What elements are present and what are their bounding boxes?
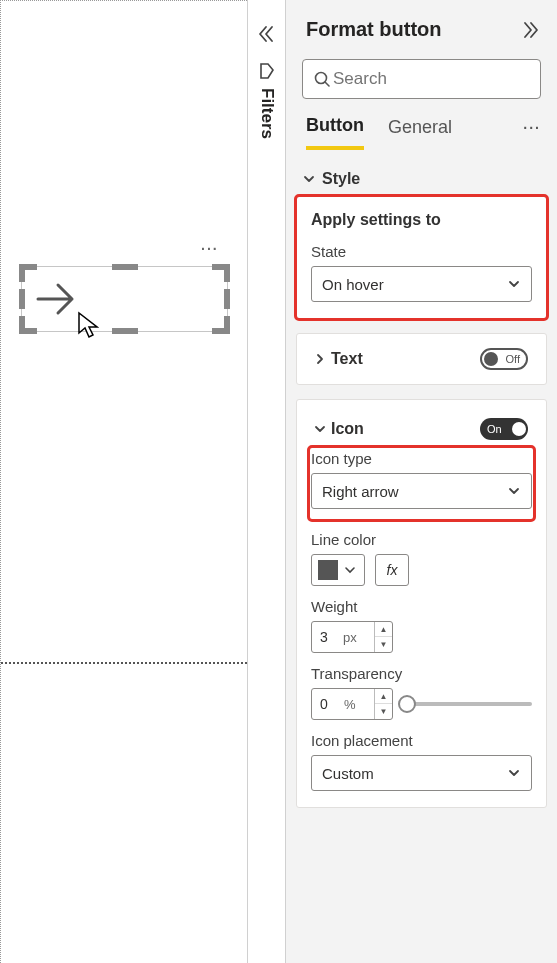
style-section-header[interactable]: Style [296,162,547,196]
filters-icon[interactable] [258,62,276,80]
right-arrow-icon [32,277,80,321]
spin-up-icon[interactable]: ▲ [375,622,392,637]
icon-header[interactable]: Icon [313,420,364,438]
icon-type-label: Icon type [311,450,532,467]
expand-pane-icon[interactable] [521,20,541,40]
icon-type-value: Right arrow [322,483,399,500]
line-color-picker[interactable] [311,554,365,586]
spin-up-icon[interactable]: ▲ [375,689,392,704]
weight-value: 3 [320,629,328,645]
toggle-knob [512,422,526,436]
text-header[interactable]: Text [313,350,363,368]
filters-label[interactable]: Filters [257,88,277,139]
resize-handle-left[interactable] [19,289,25,309]
chevron-down-icon [507,766,521,780]
fx-button[interactable]: fx [375,554,409,586]
toggle-knob [484,352,498,366]
placement-value: Custom [322,765,374,782]
pane-title: Format button [306,18,442,41]
search-icon [313,70,331,88]
transparency-label: Transparency [311,665,532,682]
icon-type-dropdown[interactable]: Right arrow [311,473,532,509]
chevron-down-icon [507,484,521,498]
state-value: On hover [322,276,384,293]
weight-spinner[interactable]: ▲▼ [374,622,392,652]
chevron-down-icon [313,423,327,435]
placement-label: Icon placement [311,732,532,749]
apply-settings-title: Apply settings to [311,211,532,229]
search-input[interactable] [302,59,541,99]
chevron-down-icon [302,173,316,185]
text-card: Text Off [296,333,547,385]
format-pane: Format button Button General ··· Style A… [285,0,557,963]
placement-dropdown[interactable]: Custom [311,755,532,791]
report-canvas[interactable]: ··· [0,0,247,963]
color-swatch [318,560,338,580]
state-label: State [311,243,532,260]
apply-settings-card: Apply settings to State On hover [296,196,547,319]
spin-down-icon[interactable]: ▼ [375,704,392,719]
transparency-slider[interactable] [407,702,532,706]
search-field[interactable] [331,68,547,90]
icon-card: Icon On Icon type Right arrow Line color [296,399,547,808]
toggle-label: On [487,423,502,435]
icon-type-highlight: Icon type Right arrow [310,448,533,519]
text-title: Text [331,350,363,368]
chevron-down-icon [344,564,356,576]
chevron-down-icon [507,277,521,291]
weight-input[interactable]: 3 px ▲▼ [311,621,393,653]
collapse-pane-icon[interactable] [256,24,276,44]
line-color-label: Line color [311,531,532,548]
icon-toggle[interactable]: On [480,418,528,440]
resize-handle-bottom[interactable] [112,328,138,334]
resize-handle-right[interactable] [224,289,230,309]
filters-pane-collapsed: Filters [247,0,285,963]
visual-more-menu[interactable]: ··· [201,241,219,257]
page-boundary [1,662,247,664]
spin-down-icon[interactable]: ▼ [375,637,392,652]
slider-thumb[interactable] [398,695,416,713]
transparency-unit: % [344,697,356,712]
tabs-more-icon[interactable]: ··· [523,120,541,146]
tab-button[interactable]: Button [306,115,364,150]
cursor-icon [77,311,99,339]
weight-unit: px [343,630,357,645]
text-toggle[interactable]: Off [480,348,528,370]
style-heading: Style [322,170,360,188]
toggle-label: Off [506,353,520,365]
selected-button-visual[interactable] [21,266,228,332]
weight-label: Weight [311,598,532,615]
transparency-input[interactable]: 0 % ▲▼ [311,688,393,720]
transparency-spinner[interactable]: ▲▼ [374,689,392,719]
tab-general[interactable]: General [388,117,452,148]
transparency-value: 0 [320,696,328,712]
state-dropdown[interactable]: On hover [311,266,532,302]
svg-line-1 [325,82,329,86]
icon-title: Icon [331,420,364,438]
chevron-right-icon [313,353,327,365]
resize-handle-top[interactable] [112,264,138,270]
